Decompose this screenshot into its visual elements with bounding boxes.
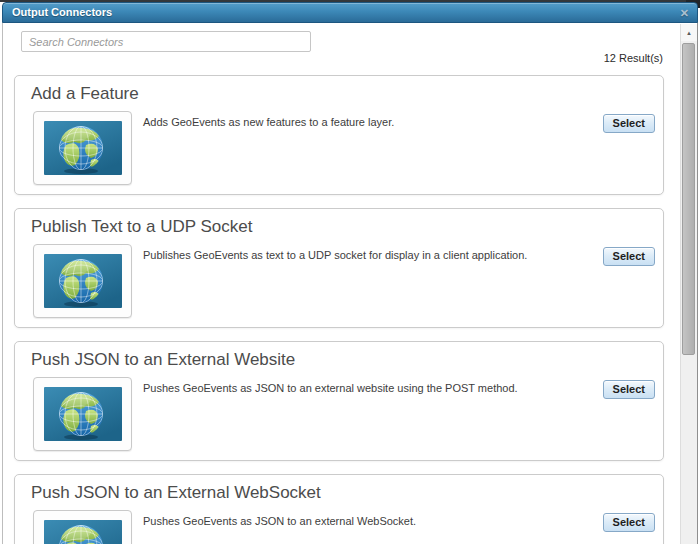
search-input[interactable] <box>21 31 311 52</box>
connector-description: Pushes GeoEvents as JSON to an external … <box>132 510 603 529</box>
connector-name: Push JSON to an External WebSocket <box>31 483 663 503</box>
connector-thumbnail <box>33 510 132 544</box>
connector-card: Add a Feature <box>14 75 664 195</box>
connector-card: Publish Text to a UDP Socket <box>14 208 664 328</box>
scrollbar-track[interactable]: ▲ <box>680 24 697 544</box>
select-button[interactable]: Select <box>603 380 655 399</box>
connector-row: Pushes GeoEvents as JSON to an external … <box>15 510 663 544</box>
connector-description: Adds GeoEvents as new features to a feat… <box>132 111 603 130</box>
scroll-up-button[interactable]: ▲ <box>681 24 697 41</box>
connector-name: Add a Feature <box>31 84 663 104</box>
connector-description: Pushes GeoEvents as JSON to an external … <box>132 377 603 396</box>
connector-row: Adds GeoEvents as new features to a feat… <box>15 111 663 185</box>
close-icon[interactable]: ✕ <box>680 5 689 22</box>
connector-thumbnail <box>33 377 132 451</box>
select-button[interactable]: Select <box>603 114 655 133</box>
connector-description: Publishes GeoEvents as text to a UDP soc… <box>132 244 603 263</box>
dialog-titlebar: Output Connectors ✕ <box>2 2 698 23</box>
connector-row: Publishes GeoEvents as text to a UDP soc… <box>15 244 663 318</box>
globe-icon <box>44 387 122 441</box>
connector-list: Add a Feature <box>14 75 664 544</box>
scroll-up-icon: ▲ <box>686 30 692 36</box>
connector-name: Publish Text to a UDP Socket <box>31 217 663 237</box>
connector-row: Pushes GeoEvents as JSON to an external … <box>15 377 663 451</box>
connector-card: Push JSON to an External WebSocket <box>14 474 664 544</box>
globe-icon <box>44 520 122 544</box>
connector-thumbnail <box>33 244 132 318</box>
globe-icon <box>44 254 122 308</box>
dialog-title: Output Connectors <box>3 3 697 22</box>
globe-icon <box>44 121 122 175</box>
results-count: 12 Result(s) <box>604 52 663 64</box>
connector-card: Push JSON to an External Website <box>14 341 664 461</box>
connector-name: Push JSON to an External Website <box>31 350 663 370</box>
select-button[interactable]: Select <box>603 247 655 266</box>
connector-thumbnail <box>33 111 132 185</box>
select-button[interactable]: Select <box>603 513 655 532</box>
scrollbar-thumb[interactable] <box>682 43 695 355</box>
